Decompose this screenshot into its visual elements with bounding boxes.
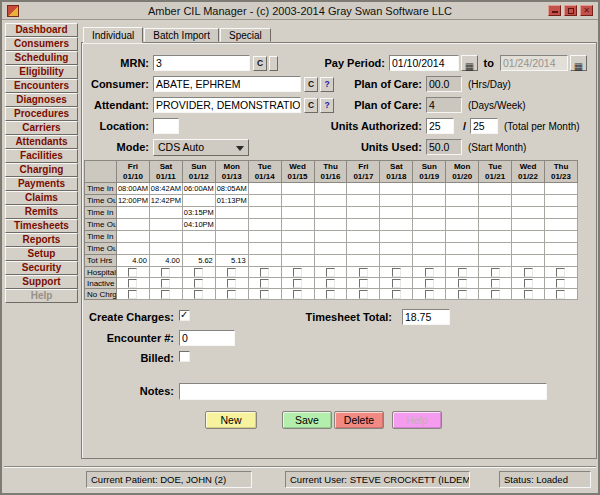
grid-cell[interactable]: 01:13PM bbox=[215, 195, 248, 207]
grid-cell[interactable] bbox=[380, 183, 413, 195]
grid-cell[interactable] bbox=[479, 219, 512, 231]
grid-cell[interactable] bbox=[314, 219, 347, 231]
grid-checkbox[interactable] bbox=[392, 279, 401, 288]
grid-cell[interactable] bbox=[281, 278, 314, 289]
grid-checkbox[interactable] bbox=[227, 290, 236, 299]
grid-cell[interactable] bbox=[281, 231, 314, 243]
grid-cell[interactable] bbox=[117, 243, 150, 255]
grid-cell[interactable] bbox=[512, 267, 545, 278]
grid-cell[interactable] bbox=[281, 255, 314, 267]
grid-cell[interactable] bbox=[182, 289, 215, 300]
grid-cell[interactable]: 5.62 bbox=[182, 255, 215, 267]
grid-cell[interactable] bbox=[512, 243, 545, 255]
grid-checkbox[interactable] bbox=[194, 268, 203, 277]
grid-cell[interactable] bbox=[182, 243, 215, 255]
grid-checkbox[interactable] bbox=[260, 290, 269, 299]
grid-checkbox[interactable] bbox=[227, 268, 236, 277]
grid-cell[interactable] bbox=[248, 243, 281, 255]
grid-cell[interactable] bbox=[380, 289, 413, 300]
grid-cell[interactable] bbox=[314, 255, 347, 267]
grid-checkbox[interactable] bbox=[326, 290, 335, 299]
grid-cell[interactable]: 04:10PM bbox=[182, 219, 215, 231]
grid-cell[interactable] bbox=[380, 243, 413, 255]
grid-checkbox[interactable] bbox=[227, 279, 236, 288]
grid-cell[interactable] bbox=[380, 231, 413, 243]
grid-cell[interactable] bbox=[413, 231, 446, 243]
grid-cell[interactable] bbox=[149, 243, 182, 255]
grid-cell[interactable]: 08:42AM bbox=[149, 183, 182, 195]
tab-batch-import[interactable]: Batch Import bbox=[144, 28, 219, 42]
grid-checkbox[interactable] bbox=[425, 279, 434, 288]
grid-checkbox[interactable] bbox=[458, 279, 467, 288]
grid-cell[interactable] bbox=[347, 219, 380, 231]
grid-cell[interactable] bbox=[314, 267, 347, 278]
grid-cell[interactable] bbox=[347, 195, 380, 207]
grid-cell[interactable] bbox=[347, 207, 380, 219]
grid-checkbox[interactable] bbox=[260, 268, 269, 277]
grid-checkbox[interactable] bbox=[524, 290, 533, 299]
grid-checkbox[interactable] bbox=[556, 268, 565, 277]
pay-period-start-calendar-button[interactable]: ▦ bbox=[461, 55, 478, 71]
grid-cell[interactable] bbox=[347, 289, 380, 300]
mrn-lookup-button[interactable]: C bbox=[253, 56, 267, 71]
grid-cell[interactable] bbox=[544, 255, 577, 267]
grid-cell[interactable] bbox=[314, 289, 347, 300]
sidebar-item-payments[interactable]: Payments bbox=[5, 177, 78, 191]
grid-cell[interactable] bbox=[149, 207, 182, 219]
create-charges-checkbox[interactable] bbox=[179, 310, 190, 321]
grid-cell[interactable] bbox=[117, 289, 150, 300]
grid-checkbox[interactable] bbox=[128, 290, 137, 299]
consumer-help-button[interactable]: ? bbox=[320, 77, 334, 92]
grid-checkbox[interactable] bbox=[128, 279, 137, 288]
grid-cell[interactable] bbox=[281, 195, 314, 207]
sidebar-item-encounters[interactable]: Encounters bbox=[5, 79, 78, 93]
grid-cell[interactable] bbox=[314, 231, 347, 243]
grid-cell[interactable] bbox=[413, 207, 446, 219]
grid-cell[interactable] bbox=[446, 278, 479, 289]
grid-cell[interactable] bbox=[215, 219, 248, 231]
grid-checkbox[interactable] bbox=[425, 290, 434, 299]
grid-cell[interactable] bbox=[544, 183, 577, 195]
grid-cell[interactable] bbox=[314, 278, 347, 289]
grid-cell[interactable] bbox=[117, 267, 150, 278]
grid-checkbox[interactable] bbox=[293, 268, 302, 277]
grid-cell[interactable] bbox=[479, 207, 512, 219]
grid-cell[interactable] bbox=[182, 267, 215, 278]
grid-cell[interactable] bbox=[512, 289, 545, 300]
consumer-input[interactable]: ABATE, EPHREM bbox=[153, 76, 301, 92]
grid-cell[interactable] bbox=[281, 183, 314, 195]
sidebar-item-eligibility[interactable]: Eligibility bbox=[5, 65, 78, 79]
grid-cell[interactable] bbox=[281, 289, 314, 300]
grid-cell[interactable] bbox=[479, 267, 512, 278]
sidebar-item-carriers[interactable]: Carriers bbox=[5, 121, 78, 135]
units-authorized-input[interactable]: 25 bbox=[426, 118, 454, 134]
grid-cell[interactable] bbox=[117, 278, 150, 289]
grid-cell[interactable] bbox=[544, 195, 577, 207]
sidebar-item-diagnoses[interactable]: Diagnoses bbox=[5, 93, 78, 107]
attendant-help-button[interactable]: ? bbox=[320, 98, 334, 113]
grid-checkbox[interactable] bbox=[326, 268, 335, 277]
sidebar-item-setup[interactable]: Setup bbox=[5, 247, 78, 261]
mrn-aux-button[interactable] bbox=[269, 56, 278, 71]
sidebar-item-security[interactable]: Security bbox=[5, 261, 78, 275]
grid-cell[interactable]: 06:00AM bbox=[182, 183, 215, 195]
grid-cell[interactable] bbox=[149, 267, 182, 278]
sidebar-item-charging[interactable]: Charging bbox=[5, 163, 78, 177]
grid-cell[interactable] bbox=[413, 255, 446, 267]
grid-cell[interactable] bbox=[446, 183, 479, 195]
grid-cell[interactable] bbox=[413, 267, 446, 278]
grid-cell[interactable] bbox=[182, 195, 215, 207]
grid-cell[interactable] bbox=[446, 195, 479, 207]
sidebar-item-remits[interactable]: Remits bbox=[5, 205, 78, 219]
close-button[interactable]: ✕ bbox=[580, 5, 593, 16]
grid-cell[interactable] bbox=[512, 219, 545, 231]
grid-cell[interactable] bbox=[281, 243, 314, 255]
grid-checkbox[interactable] bbox=[128, 268, 137, 277]
grid-cell[interactable] bbox=[117, 219, 150, 231]
grid-cell[interactable] bbox=[479, 278, 512, 289]
grid-cell[interactable] bbox=[446, 243, 479, 255]
sidebar-item-facilities[interactable]: Facilities bbox=[5, 149, 78, 163]
sidebar-item-attendants[interactable]: Attendants bbox=[5, 135, 78, 149]
grid-cell[interactable] bbox=[182, 231, 215, 243]
encounter-input[interactable]: 0 bbox=[179, 330, 235, 346]
